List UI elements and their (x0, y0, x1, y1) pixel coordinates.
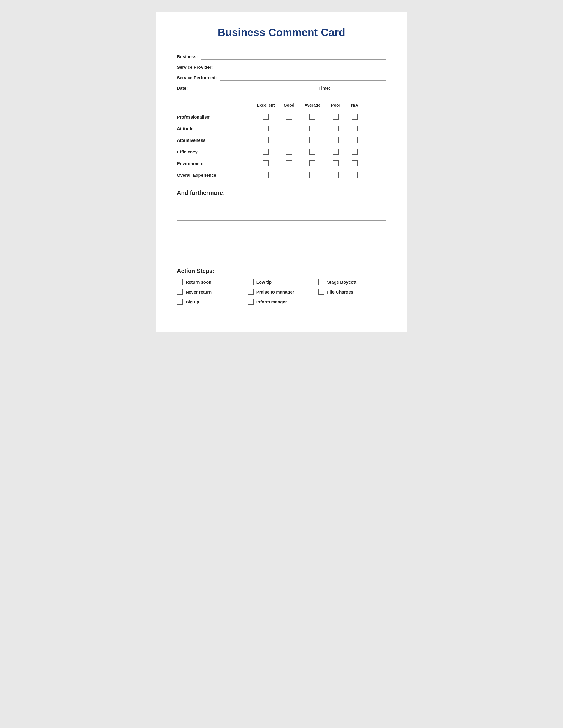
environment-good-checkbox[interactable] (286, 160, 292, 166)
return-soon-label: Return soon (186, 280, 211, 285)
overall-excellent-checkbox[interactable] (263, 172, 269, 178)
environment-na-checkbox[interactable] (352, 160, 358, 166)
attitude-average-checkbox[interactable] (310, 126, 315, 131)
attitude-excellent-checkbox[interactable] (263, 126, 269, 131)
attentiveness-label: Attentiveness (177, 138, 253, 143)
date-group: Date: (177, 85, 304, 91)
overall-poor-checkbox[interactable] (333, 172, 339, 178)
efficiency-poor-checkbox[interactable] (333, 149, 339, 155)
furthermore-section: And furthermore: (177, 190, 386, 259)
furthermore-spacer-1 (177, 209, 386, 220)
environment-label: Environment (177, 161, 253, 166)
business-row: Business: (177, 53, 386, 60)
professionalism-average-cell (299, 114, 326, 120)
attitude-label: Attitude (177, 126, 253, 131)
action-never-return: Never return (177, 289, 245, 295)
low-tip-checkbox[interactable] (248, 279, 253, 285)
service-provider-input[interactable] (216, 64, 386, 70)
rating-row-overall-experience: Overall Experience (177, 169, 386, 181)
rating-row-efficiency: Efficiency (177, 146, 386, 158)
service-provider-row: Service Provider: (177, 64, 386, 70)
rating-row-attentiveness: Attentiveness (177, 134, 386, 146)
stage-boycott-label: Stage Boycott (327, 280, 357, 285)
date-label: Date: (177, 86, 188, 91)
fields-section: Business: Service Provider: Service Perf… (177, 53, 386, 91)
rating-row-attitude: Attitude (177, 123, 386, 134)
service-performed-label: Service Performed: (177, 75, 217, 81)
never-return-label: Never return (186, 289, 211, 294)
never-return-checkbox[interactable] (177, 289, 183, 295)
inform-manager-checkbox[interactable] (248, 299, 253, 305)
stage-boycott-checkbox[interactable] (318, 279, 324, 285)
overall-good-checkbox[interactable] (286, 172, 292, 178)
overall-average-checkbox[interactable] (310, 172, 315, 178)
professionalism-na-checkbox[interactable] (352, 114, 358, 120)
furthermore-line-3 (177, 241, 386, 241)
attentiveness-na-checkbox[interactable] (352, 137, 358, 143)
attentiveness-good-checkbox[interactable] (286, 137, 292, 143)
professionalism-poor-checkbox[interactable] (333, 114, 339, 120)
praise-manager-checkbox[interactable] (248, 289, 253, 295)
date-time-row: Date: Time: (177, 85, 386, 91)
action-low-tip: Low tip (248, 279, 316, 285)
header-average: Average (299, 103, 326, 107)
big-tip-checkbox[interactable] (177, 299, 183, 305)
business-label: Business: (177, 54, 198, 60)
header-poor: Poor (326, 103, 346, 107)
date-input[interactable] (191, 85, 304, 91)
professionalism-excellent-cell (253, 114, 279, 120)
time-input[interactable] (333, 85, 386, 91)
time-label: Time: (319, 86, 330, 91)
rating-row-professionalism: Professionalism (177, 111, 386, 123)
action-empty (318, 299, 386, 305)
action-inform-manager: Inform manger (248, 299, 316, 305)
service-provider-label: Service Provider: (177, 65, 213, 70)
business-input[interactable] (201, 53, 386, 60)
attitude-poor-checkbox[interactable] (333, 126, 339, 131)
attitude-good-checkbox[interactable] (286, 126, 292, 131)
action-big-tip: Big tip (177, 299, 245, 305)
attitude-na-checkbox[interactable] (352, 126, 358, 131)
header-excellent: Excellent (253, 103, 279, 107)
professionalism-good-cell (279, 114, 299, 120)
header-good: Good (279, 103, 299, 107)
return-soon-checkbox[interactable] (177, 279, 183, 285)
overall-na-checkbox[interactable] (352, 172, 358, 178)
attentiveness-average-checkbox[interactable] (310, 137, 315, 143)
professionalism-label: Professionalism (177, 114, 253, 119)
environment-excellent-checkbox[interactable] (263, 160, 269, 166)
environment-average-checkbox[interactable] (310, 160, 315, 166)
inform-manager-label: Inform manger (256, 299, 287, 304)
professionalism-average-checkbox[interactable] (310, 114, 315, 120)
attentiveness-poor-checkbox[interactable] (333, 137, 339, 143)
rating-header: Excellent Good Average Poor N/A (177, 103, 386, 109)
action-stage-boycott: Stage Boycott (318, 279, 386, 285)
header-empty (177, 103, 253, 107)
low-tip-label: Low tip (256, 280, 272, 285)
efficiency-good-checkbox[interactable] (286, 149, 292, 155)
service-performed-input[interactable] (220, 74, 386, 81)
service-performed-row: Service Performed: (177, 74, 386, 81)
furthermore-line-2 (177, 220, 386, 221)
professionalism-na-cell (346, 114, 364, 120)
efficiency-average-checkbox[interactable] (310, 149, 315, 155)
professionalism-good-checkbox[interactable] (286, 114, 292, 120)
praise-manager-label: Praise to manager (256, 289, 294, 294)
professionalism-excellent-checkbox[interactable] (263, 114, 269, 120)
attentiveness-excellent-checkbox[interactable] (263, 137, 269, 143)
file-charges-label: File Charges (327, 289, 353, 294)
comment-card: Business Comment Card Business: Service … (156, 12, 407, 332)
action-praise-manager: Praise to manager (248, 289, 316, 295)
action-title: Action Steps: (177, 268, 386, 274)
big-tip-label: Big tip (186, 299, 199, 304)
overall-experience-label: Overall Experience (177, 173, 253, 178)
environment-poor-checkbox[interactable] (333, 160, 339, 166)
page-title: Business Comment Card (177, 26, 386, 39)
efficiency-excellent-checkbox[interactable] (263, 149, 269, 155)
rating-section: Excellent Good Average Poor N/A Professi… (177, 103, 386, 181)
efficiency-na-checkbox[interactable] (352, 149, 358, 155)
rating-row-environment: Environment (177, 158, 386, 169)
action-file-charges: File Charges (318, 289, 386, 295)
file-charges-checkbox[interactable] (318, 289, 324, 295)
furthermore-spacer-2 (177, 229, 386, 241)
